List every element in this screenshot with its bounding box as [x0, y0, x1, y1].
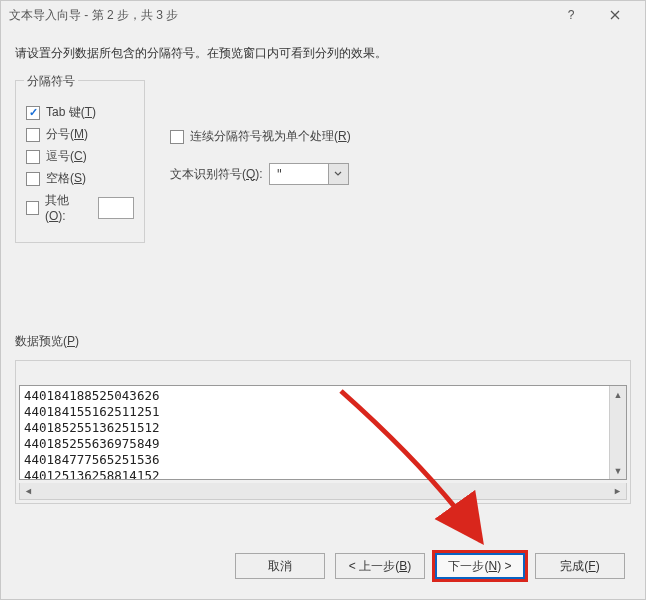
help-button[interactable]: ? — [549, 1, 593, 29]
chevron-down-icon — [328, 164, 348, 184]
scroll-right-icon: ► — [609, 483, 626, 499]
close-icon — [610, 10, 620, 20]
close-button[interactable] — [593, 1, 637, 29]
other-label: 其他(O): — [45, 192, 86, 223]
back-button[interactable]: < 上一步(B) — [335, 553, 425, 579]
preview-frame: 440184188525043626 440184155162511251 44… — [15, 360, 631, 504]
scroll-left-icon: ◄ — [20, 483, 37, 499]
comma-checkbox[interactable] — [26, 150, 40, 164]
tab-label: Tab 键(T) — [46, 104, 96, 121]
qualifier-value: " — [270, 167, 328, 181]
instruction-text: 请设置分列数据所包含的分隔符号。在预览窗口内可看到分列的效果。 — [15, 45, 631, 62]
consecutive-checkbox[interactable] — [170, 130, 184, 144]
other-delimiter-input[interactable] — [98, 197, 134, 219]
wizard-window: 文本导入向导 - 第 2 步，共 3 步 ? 请设置分列数据所包含的分隔符号。在… — [0, 0, 646, 600]
scroll-up-icon: ▲ — [610, 386, 626, 403]
vertical-scrollbar[interactable]: ▲ ▼ — [609, 386, 626, 479]
semicolon-label: 分号(M) — [46, 126, 88, 143]
tab-checkbox[interactable] — [26, 106, 40, 120]
space-label: 空格(S) — [46, 170, 86, 187]
consecutive-label: 连续分隔符号视为单个处理(R) — [190, 128, 351, 145]
titlebar: 文本导入向导 - 第 2 步，共 3 步 ? — [1, 1, 645, 29]
right-options: 连续分隔符号视为单个处理(R) 文本识别符号(Q): " — [170, 80, 631, 185]
comma-label: 逗号(C) — [46, 148, 87, 165]
delimiter-group-legend: 分隔符号 — [24, 73, 78, 90]
preview-label: 数据预览(P) — [15, 333, 631, 350]
cancel-button[interactable]: 取消 — [235, 553, 325, 579]
qualifier-label: 文本识别符号(Q): — [170, 166, 263, 183]
delimiter-group: 分隔符号 Tab 键(T) 分号(M) 逗号(C) 空格(S) — [15, 80, 145, 243]
other-checkbox[interactable] — [26, 201, 39, 215]
semicolon-checkbox[interactable] — [26, 128, 40, 142]
horizontal-scrollbar[interactable]: ◄ ► — [19, 483, 627, 500]
preview-box: 440184188525043626 440184155162511251 44… — [19, 385, 627, 480]
button-row: 取消 < 上一步(B) 下一步(N) > 完成(F) — [215, 539, 645, 593]
scroll-down-icon: ▼ — [610, 462, 626, 479]
window-title: 文本导入向导 - 第 2 步，共 3 步 — [9, 7, 178, 24]
preview-text: 440184188525043626 440184155162511251 44… — [20, 386, 609, 479]
next-button[interactable]: 下一步(N) > — [435, 553, 525, 579]
finish-button[interactable]: 完成(F) — [535, 553, 625, 579]
text-qualifier-select[interactable]: " — [269, 163, 349, 185]
space-checkbox[interactable] — [26, 172, 40, 186]
